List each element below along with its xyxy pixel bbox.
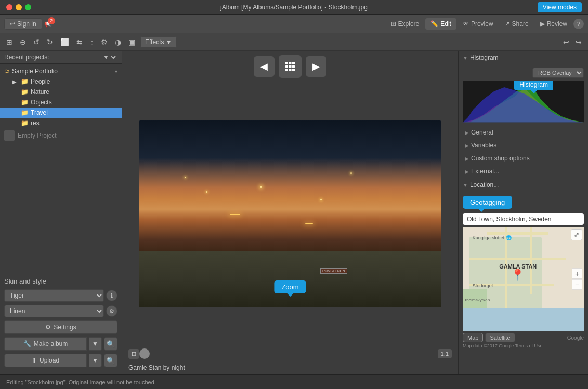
flip-v-button[interactable]: ↕ bbox=[88, 37, 96, 47]
window-title: jAlbum [My Albums/Sample Portfolio] - St… bbox=[220, 4, 368, 11]
make-album-label: Make album bbox=[34, 340, 68, 347]
contrast-button[interactable]: ◑ bbox=[113, 37, 123, 47]
map-search-bar[interactable]: Old Town, Stockholm, Sweden bbox=[463, 213, 584, 225]
buildings-layer bbox=[139, 158, 441, 261]
sidebar-item-people[interactable]: ▶ 📁 People bbox=[0, 76, 122, 87]
share-tab[interactable]: ↗ Share bbox=[500, 18, 534, 30]
crop-button[interactable]: ⬜ bbox=[58, 37, 71, 47]
upload-search[interactable]: 🔍 bbox=[104, 354, 117, 367]
location-header[interactable]: ▼ Location... bbox=[459, 178, 588, 192]
upload-dropdown[interactable]: ▼ bbox=[89, 354, 102, 367]
variables-label: Variables bbox=[471, 142, 496, 149]
variables-section[interactable]: ▶ Variables bbox=[459, 139, 588, 152]
skin-info-button[interactable]: ℹ bbox=[106, 290, 117, 301]
map-type-satellite-button[interactable]: Satellite bbox=[485, 333, 515, 342]
objects-label: Objects bbox=[31, 99, 52, 106]
undo-button[interactable]: ↩ bbox=[561, 37, 571, 47]
view-modes-button[interactable]: View modes bbox=[538, 2, 582, 12]
map-road-5 bbox=[530, 227, 532, 294]
help-button[interactable]: ? bbox=[573, 19, 584, 29]
maximize-button[interactable] bbox=[25, 4, 31, 10]
general-section[interactable]: ▶ General bbox=[459, 126, 588, 139]
empty-project-label: Empty Project bbox=[18, 132, 57, 139]
portfolio-label: Sample Portfolio bbox=[12, 68, 58, 75]
recent-projects-select[interactable]: ▼ bbox=[101, 53, 117, 61]
frame-button[interactable]: ▣ bbox=[126, 37, 137, 47]
settings-label: Settings bbox=[54, 324, 76, 331]
map-footer: Map Satellite Google bbox=[463, 333, 584, 342]
zoom-out-button[interactable]: ⊖ bbox=[18, 37, 28, 47]
map-type-map-button[interactable]: Map bbox=[463, 333, 483, 342]
map-expand-button[interactable]: ⤢ bbox=[571, 229, 582, 240]
folder-icon-travel: 📁 bbox=[21, 109, 29, 116]
folder-icon-nature: 📁 bbox=[21, 88, 29, 96]
prev-image-button[interactable]: ◀ bbox=[254, 56, 275, 77]
preview-tab[interactable]: 👁 Preview bbox=[458, 18, 499, 30]
light-2 bbox=[206, 191, 207, 193]
external-arrow: ▶ bbox=[465, 169, 469, 175]
make-album-dropdown[interactable]: ▼ bbox=[89, 337, 102, 351]
sidebar-item-objects[interactable]: 📁 Objects bbox=[0, 97, 122, 108]
fit-to-window-button[interactable]: ⊞ bbox=[128, 349, 139, 359]
travel-label: Travel bbox=[31, 109, 48, 116]
grid-view-button[interactable]: ⊞ bbox=[4, 37, 15, 47]
project-tree: 🗂 Sample Portfolio ▾ ▶ 📁 People 📁 Nature… bbox=[0, 64, 122, 273]
actual-size-button[interactable]: 1:1 bbox=[438, 349, 452, 358]
portfolio-root[interactable]: 🗂 Sample Portfolio ▾ bbox=[0, 66, 122, 76]
upload-button[interactable]: ⬆ Upload bbox=[4, 354, 87, 367]
custom-shop-section[interactable]: ▶ Custom shop options bbox=[459, 152, 588, 165]
sidebar-item-travel[interactable]: 📁 Travel bbox=[0, 108, 122, 118]
sign: RUNSTENEN bbox=[320, 268, 347, 274]
undo-redo-group: ↩ ↪ bbox=[561, 37, 584, 47]
style-row: Linen ⚙ bbox=[4, 305, 117, 317]
svg-rect-3 bbox=[285, 65, 288, 68]
empty-project-item[interactable]: Empty Project bbox=[0, 128, 122, 143]
settings-button[interactable]: ⚙ Settings bbox=[4, 320, 117, 334]
zoom-slider[interactable] bbox=[139, 348, 150, 359]
light-4 bbox=[320, 199, 322, 200]
rotate-ccw-button[interactable]: ↺ bbox=[31, 37, 42, 47]
sidebar-item-nature[interactable]: 📁 Nature bbox=[0, 87, 122, 97]
share-label: Share bbox=[512, 20, 529, 28]
histogram-overlay-select[interactable]: RGB Overlay bbox=[532, 68, 584, 78]
settings-cog-button[interactable]: ⚙ bbox=[99, 37, 110, 47]
location-label: Location... bbox=[470, 181, 499, 189]
explore-label: Explore bbox=[398, 20, 420, 28]
notification-icon[interactable]: 📢 2 bbox=[44, 20, 52, 28]
histogram-header[interactable]: ▼ Histogram bbox=[459, 51, 588, 64]
skin-select[interactable]: Tiger bbox=[4, 289, 104, 302]
style-select[interactable]: Linen bbox=[4, 305, 104, 317]
minimize-button[interactable] bbox=[16, 4, 22, 10]
sidebar-item-res[interactable]: 📁 res bbox=[0, 118, 122, 128]
map-zoom-out-button[interactable]: − bbox=[572, 279, 582, 290]
make-album-search[interactable]: 🔍 bbox=[104, 337, 117, 351]
sidebar-header: Recent projects: ▼ bbox=[0, 51, 122, 64]
variables-arrow: ▶ bbox=[465, 143, 469, 149]
grid-view-nav-button[interactable] bbox=[279, 55, 302, 78]
map-road-1 bbox=[487, 232, 548, 235]
flip-h-button[interactable]: ⇆ bbox=[74, 37, 85, 47]
external-section[interactable]: ▶ External... bbox=[459, 165, 588, 178]
notification-badge: 2 bbox=[48, 17, 55, 24]
edit-tab[interactable]: ✏️ Edit bbox=[425, 18, 456, 30]
next-image-button[interactable]: ▶ bbox=[306, 56, 326, 77]
svg-rect-4 bbox=[289, 65, 292, 68]
make-album-button[interactable]: 🔧 Make album bbox=[4, 337, 87, 351]
sign-in-label: Sign in bbox=[17, 20, 36, 28]
map-label-kungliga: Kungliga slottet 🌐 bbox=[473, 235, 512, 240]
effects-label: Effects ▼ bbox=[145, 38, 172, 46]
street-light-2 bbox=[305, 223, 313, 224]
effects-button[interactable]: Effects ▼ bbox=[140, 36, 177, 48]
explore-tab[interactable]: ⊞ Explore bbox=[386, 18, 425, 30]
redo-button[interactable]: ↪ bbox=[573, 37, 584, 47]
style-settings-button[interactable]: ⚙ bbox=[106, 305, 117, 317]
light-3 bbox=[260, 186, 262, 188]
rotate-cw-button[interactable]: ↻ bbox=[45, 37, 55, 47]
histogram-tooltip: Histogram bbox=[514, 81, 553, 90]
sign-in-button[interactable]: ↩ Sign in bbox=[4, 18, 42, 30]
map-zoom-in-button[interactable]: + bbox=[572, 269, 582, 279]
close-button[interactable] bbox=[6, 4, 12, 10]
empty-project-icon bbox=[4, 130, 15, 141]
map-pin: 📍 bbox=[511, 269, 525, 282]
review-tab[interactable]: ▶ Review bbox=[535, 18, 572, 30]
